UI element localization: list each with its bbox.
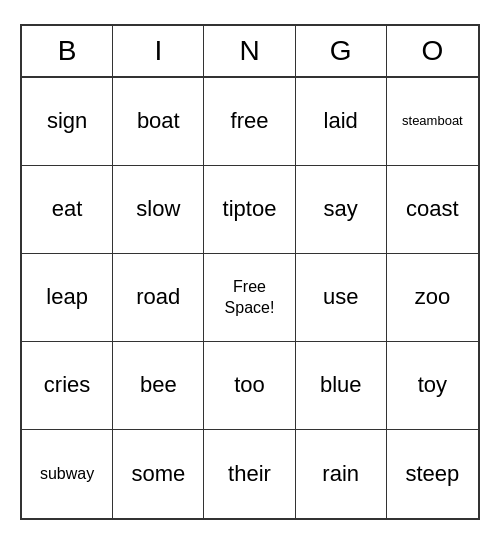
cell-label: eat xyxy=(52,196,83,222)
cell-label: road xyxy=(136,284,180,310)
header-letter: G xyxy=(296,26,387,76)
cell-label: bee xyxy=(140,372,177,398)
header-letter: I xyxy=(113,26,204,76)
cell-label: subway xyxy=(40,464,94,483)
bingo-grid: signboatfreelaidsteamboateatslowtiptoesa… xyxy=(22,78,478,518)
bingo-cell: use xyxy=(296,254,387,342)
bingo-cell: boat xyxy=(113,78,204,166)
cell-label: steep xyxy=(405,461,459,487)
cell-label: use xyxy=(323,284,358,310)
cell-label: cries xyxy=(44,372,90,398)
cell-label: tiptoe xyxy=(223,196,277,222)
cell-label: FreeSpace! xyxy=(225,277,275,319)
bingo-cell: rain xyxy=(296,430,387,518)
bingo-cell: cries xyxy=(22,342,113,430)
bingo-cell: steamboat xyxy=(387,78,478,166)
cell-label: sign xyxy=(47,108,87,134)
cell-label: laid xyxy=(324,108,358,134)
bingo-cell: leap xyxy=(22,254,113,342)
bingo-cell: sign xyxy=(22,78,113,166)
bingo-cell: laid xyxy=(296,78,387,166)
cell-label: rain xyxy=(322,461,359,487)
header-letter: B xyxy=(22,26,113,76)
header-letter: N xyxy=(204,26,295,76)
cell-label: boat xyxy=(137,108,180,134)
bingo-cell: too xyxy=(204,342,295,430)
bingo-cell: say xyxy=(296,166,387,254)
bingo-cell: some xyxy=(113,430,204,518)
bingo-cell: toy xyxy=(387,342,478,430)
bingo-cell: free xyxy=(204,78,295,166)
bingo-cell: slow xyxy=(113,166,204,254)
bingo-cell: bee xyxy=(113,342,204,430)
bingo-cell: FreeSpace! xyxy=(204,254,295,342)
bingo-cell: tiptoe xyxy=(204,166,295,254)
cell-label: coast xyxy=(406,196,459,222)
bingo-cell: eat xyxy=(22,166,113,254)
bingo-cell: blue xyxy=(296,342,387,430)
cell-label: say xyxy=(324,196,358,222)
cell-label: steamboat xyxy=(402,113,463,130)
bingo-cell: steep xyxy=(387,430,478,518)
bingo-card: BINGO signboatfreelaidsteamboateatslowti… xyxy=(20,24,480,520)
cell-label: free xyxy=(231,108,269,134)
bingo-cell: road xyxy=(113,254,204,342)
bingo-cell: coast xyxy=(387,166,478,254)
bingo-cell: zoo xyxy=(387,254,478,342)
header-letter: O xyxy=(387,26,478,76)
cell-label: zoo xyxy=(415,284,450,310)
bingo-cell: their xyxy=(204,430,295,518)
bingo-cell: subway xyxy=(22,430,113,518)
cell-label: too xyxy=(234,372,265,398)
bingo-header: BINGO xyxy=(22,26,478,78)
cell-label: toy xyxy=(418,372,447,398)
cell-label: some xyxy=(131,461,185,487)
cell-label: slow xyxy=(136,196,180,222)
cell-label: leap xyxy=(46,284,88,310)
cell-label: blue xyxy=(320,372,362,398)
cell-label: their xyxy=(228,461,271,487)
